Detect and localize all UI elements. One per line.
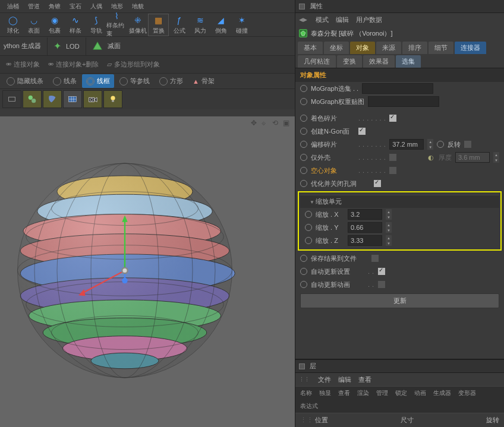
col-name[interactable]: 名称: [298, 388, 314, 398]
leaf-icon[interactable]: ✦: [53, 40, 61, 52]
panel-grip-icon[interactable]: [299, 4, 305, 10]
radio-scale-x[interactable]: [305, 211, 312, 218]
tab-geomglue[interactable]: 几何粘连: [298, 55, 336, 68]
spinner-scale-y[interactable]: ▲▼: [386, 222, 392, 233]
tool-wind[interactable]: ≋风力: [190, 14, 210, 36]
menu-mode[interactable]: 模式: [316, 15, 329, 24]
check-auto-update-anim[interactable]: [378, 281, 385, 288]
tab-sort[interactable]: 排序: [402, 42, 427, 54]
display-isoparm[interactable]: 等参线: [115, 74, 154, 88]
menu-userdata[interactable]: 用户数据: [356, 15, 382, 24]
tool-collision[interactable]: ✶碰撞: [231, 14, 252, 36]
display-skeleton[interactable]: ▲骨架: [188, 74, 219, 88]
col-gen[interactable]: 生成器: [431, 388, 453, 398]
primitive-oil[interactable]: 油桶: [2, 1, 23, 12]
tool-spline[interactable]: ∿样条: [65, 14, 86, 36]
update-button[interactable]: 更新: [300, 293, 499, 308]
mode-btn-camera[interactable]: [83, 90, 102, 108]
mode-btn-light[interactable]: [103, 90, 122, 108]
spinner-scale-z[interactable]: ▲▼: [386, 235, 392, 246]
viewport-maximize-icon[interactable]: ▣: [283, 119, 291, 127]
primitive-gem[interactable]: 宝石: [65, 1, 86, 12]
spinner-offset[interactable]: ▲▼: [427, 139, 433, 150]
tool-bevel[interactable]: ◢倒角: [210, 14, 231, 36]
check-auto-update-set[interactable]: [378, 268, 385, 275]
input-mograph-weight[interactable]: [368, 96, 439, 107]
check-shell-only[interactable]: [389, 154, 396, 161]
col-view[interactable]: 查看: [336, 388, 352, 398]
input-mograph-sel[interactable]: [362, 83, 433, 94]
tab-basic[interactable]: 基本: [298, 42, 323, 54]
tool-formula[interactable]: ƒ公式: [169, 14, 190, 36]
input-offset-shards[interactable]: [389, 139, 424, 150]
layers-nav-icon[interactable]: ⋮⋮: [299, 377, 310, 382]
polygroup-to-obj-btn[interactable]: ▱多边形组到对象: [103, 58, 163, 71]
viewport-rotate-icon[interactable]: ⟲: [272, 119, 281, 127]
check-color-shards[interactable]: [389, 115, 396, 122]
primitive-figure[interactable]: 人偶: [86, 1, 106, 12]
mode-btn-2[interactable]: [23, 90, 42, 108]
tool-wrap[interactable]: ◉包裹: [44, 14, 65, 36]
display-lines[interactable]: 线条: [49, 74, 81, 88]
tab-transform[interactable]: 变换: [337, 55, 362, 68]
check-hollow[interactable]: [389, 167, 396, 174]
check-create-ngon[interactable]: [358, 128, 366, 135]
col-anim[interactable]: 动画: [412, 388, 429, 398]
mode-btn-1[interactable]: [2, 90, 21, 108]
input-scale-y[interactable]: [348, 222, 382, 233]
primitive-landscape[interactable]: 地貌: [127, 1, 148, 12]
radio-mograph-sel[interactable]: [300, 85, 307, 92]
primitive-terrain[interactable]: 地形: [106, 1, 127, 12]
radio-save-result[interactable]: [300, 255, 307, 262]
tab-detail[interactable]: 细节: [429, 42, 453, 54]
grip-icon[interactable]: ⋮⋮: [300, 416, 313, 423]
layers-menu-edit[interactable]: 编辑: [338, 375, 351, 384]
display-hidden-lines[interactable]: 隐藏线条: [2, 74, 48, 88]
primitive-pyramid[interactable]: 角锥: [44, 1, 65, 12]
radio-color-shards[interactable]: [300, 115, 307, 122]
layers-menu-view[interactable]: 查看: [358, 375, 371, 384]
link-objects-btn[interactable]: ⚮连接对象: [2, 58, 43, 71]
tab-coord[interactable]: 坐标: [324, 42, 349, 54]
nav-back-icon[interactable]: ◀▶: [299, 17, 307, 23]
radio-offset-shards[interactable]: [300, 141, 307, 148]
radio-auto-update-set[interactable]: [300, 268, 307, 275]
radio-create-ngon[interactable]: [300, 128, 307, 135]
tool-camera[interactable]: ⁜摄像机: [127, 14, 148, 36]
col-lock[interactable]: 锁定: [393, 388, 410, 398]
radio-shell-only[interactable]: [300, 154, 307, 161]
layers-grip-icon[interactable]: [299, 363, 305, 369]
reduce-icon[interactable]: [92, 40, 103, 52]
python-gen-label[interactable]: ython 生成器: [4, 42, 41, 50]
tool-rail[interactable]: ⟆导轨: [86, 14, 106, 36]
input-scale-z[interactable]: [348, 235, 382, 246]
col-solo[interactable]: 独显: [317, 388, 333, 398]
check-save-result[interactable]: [371, 255, 379, 262]
viewport[interactable]: ✥ ⟐ ⟲ ▣: [0, 116, 295, 427]
mode-btn-3[interactable]: [43, 90, 62, 108]
tab-connector[interactable]: 连接器: [455, 42, 486, 54]
link-objects-delete-btn[interactable]: ⚮连接对象+删除: [45, 58, 102, 71]
col-deform[interactable]: 变形器: [456, 388, 478, 398]
col-expr[interactable]: 表达式: [298, 401, 320, 412]
radio-scale-z[interactable]: [305, 237, 312, 244]
radio-hollow[interactable]: [300, 167, 307, 174]
tool-spline-constraint[interactable]: ⌇样条约束: [106, 14, 127, 36]
section-scale[interactable]: ▼缩放单元: [300, 195, 499, 208]
radio-mograph-weight[interactable]: [300, 98, 307, 105]
radio-reverse[interactable]: [437, 141, 444, 148]
check-reverse[interactable]: [464, 141, 471, 148]
menu-edit[interactable]: 编辑: [336, 15, 349, 24]
col-manage[interactable]: 管理: [374, 388, 390, 398]
tool-surface[interactable]: ◡表面: [23, 14, 44, 36]
mode-btn-grid[interactable]: [63, 90, 82, 108]
check-optimize[interactable]: [374, 180, 381, 187]
radio-optimize[interactable]: [300, 180, 307, 187]
tool-spherify[interactable]: ◯球化: [2, 14, 23, 36]
tab-object[interactable]: 对象: [350, 42, 375, 54]
reduce-label[interactable]: 减面: [108, 42, 121, 50]
radio-auto-update-anim[interactable]: [300, 281, 307, 288]
primitive-pipe[interactable]: 管道: [23, 1, 44, 12]
layers-menu-file[interactable]: 文件: [318, 375, 331, 384]
display-box[interactable]: 方形: [155, 74, 187, 88]
